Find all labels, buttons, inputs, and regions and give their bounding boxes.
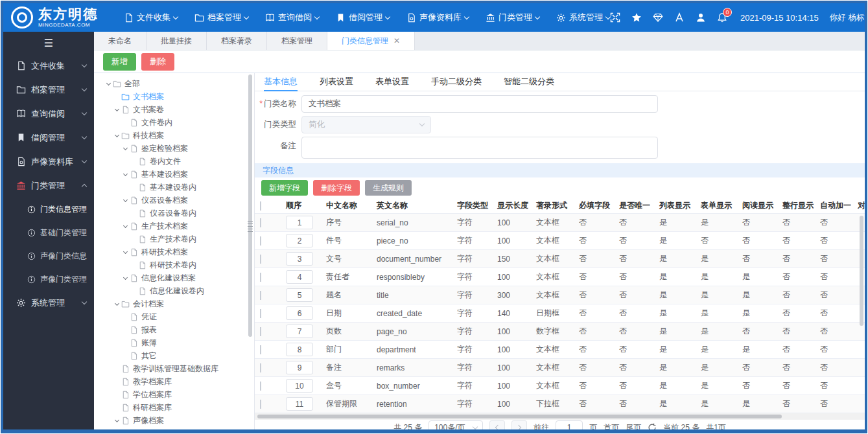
sidebar-item-bank[interactable]: 门类管理 <box>3 174 94 198</box>
horizontal-scrollbar-thumb[interactable] <box>257 415 782 418</box>
column-header[interactable]: 著录形式 <box>531 200 574 211</box>
order-input[interactable]: 11 <box>286 397 313 411</box>
row-checkbox[interactable] <box>260 400 261 409</box>
table-row[interactable]: 6日期created_date字符140日期框否否是是是否否 <box>255 304 865 323</box>
prev-page-button[interactable] <box>489 420 505 434</box>
column-header[interactable]: 整行显示 <box>777 200 815 211</box>
row-checkbox[interactable] <box>260 363 261 372</box>
row-checkbox[interactable] <box>260 345 261 354</box>
tree-item[interactable]: 声像卷内 <box>94 427 254 429</box>
tree-item[interactable]: 科技档案 <box>94 129 254 142</box>
table-row[interactable]: 1序号serial_no字符100文本框否否是是否否否 <box>255 214 865 232</box>
order-input[interactable]: 2 <box>286 234 313 247</box>
table-row[interactable]: 5题名title字符300文本框否否是是是否否 <box>255 286 865 304</box>
row-checkbox[interactable] <box>260 255 261 264</box>
tree-item[interactable]: 教学档案库 <box>94 375 254 388</box>
tree-item[interactable]: 科研技术卷内 <box>94 258 254 271</box>
row-checkbox[interactable] <box>260 291 261 300</box>
table-row[interactable]: 8部门department字符100文本框否否是是是否否 <box>255 341 865 359</box>
detail-tab[interactable]: 智能二级分类 <box>504 73 554 91</box>
delete-button[interactable]: 删除 <box>141 53 174 71</box>
column-header[interactable]: 阅读显示 <box>737 200 777 211</box>
tree-item[interactable]: 仪器设备档案 <box>94 194 254 207</box>
tree-item[interactable]: 教学训练管理基础数据库 <box>94 362 254 375</box>
tree-expand-caret[interactable] <box>121 200 130 201</box>
table-row[interactable]: 4责任者responsibleby字符100文本框否否是是是否否 <box>255 268 865 286</box>
sidebar-subitem[interactable]: 基础门类管理 <box>3 221 94 244</box>
tree-expand-caret[interactable] <box>121 251 130 253</box>
add-field-button[interactable]: 新增字段 <box>261 180 308 196</box>
tree-item[interactable]: 基本建设卷内 <box>94 181 254 194</box>
page-number-input[interactable] <box>556 420 583 434</box>
open-tab[interactable]: 档案著录 <box>207 32 267 50</box>
tree-item[interactable]: 仪器设备卷内 <box>94 207 254 220</box>
column-header[interactable]: 必填字段 <box>574 200 614 211</box>
tree-item[interactable]: 文书案卷 <box>94 103 254 116</box>
sidebar-item-book[interactable]: 查询借阅 <box>3 102 94 126</box>
detail-tab[interactable]: 表单设置 <box>375 73 409 91</box>
table-row[interactable]: 11保管期限retention字符100下拉框否否是是是否否 <box>255 395 865 413</box>
user-icon[interactable] <box>696 12 706 23</box>
detail-tab[interactable]: 手动二级分类 <box>431 73 482 91</box>
topbar-menu-doc[interactable]: 文件收集 <box>124 12 178 23</box>
tree-expand-caret[interactable] <box>113 135 121 137</box>
sidebar-collapse-button[interactable]: ☰ <box>3 32 94 54</box>
detail-tab[interactable]: 基本信息 <box>264 73 298 91</box>
sidebar-subitem[interactable]: 声像门类信息 <box>3 244 94 268</box>
tree-item[interactable]: 全部 <box>94 77 254 90</box>
next-page-button[interactable] <box>511 420 527 434</box>
tree-item[interactable]: 其它 <box>94 349 254 362</box>
tree-expand-caret[interactable] <box>113 303 121 305</box>
order-input[interactable]: 10 <box>286 379 313 393</box>
bell-icon[interactable]: 0 <box>717 12 727 23</box>
tree-item[interactable]: 文件卷内 <box>94 116 254 129</box>
topbar-menu-folder[interactable]: 档案管理 <box>194 12 248 23</box>
column-header[interactable]: 顺序 <box>281 200 321 211</box>
tree-expand-caret[interactable] <box>113 109 121 111</box>
order-input[interactable]: 6 <box>286 306 313 320</box>
tree-item[interactable]: 生产技术卷内 <box>94 233 254 246</box>
column-header[interactable]: 显示长度 <box>492 200 531 211</box>
column-header[interactable]: 字段类型 <box>452 200 492 211</box>
tree-expand-caret[interactable] <box>121 148 130 150</box>
open-tab[interactable]: 批量挂接 <box>147 32 207 50</box>
column-header[interactable]: 表单显示 <box>696 200 737 211</box>
topbar-menu-bookmark[interactable]: 借阅管理 <box>336 12 390 23</box>
order-input[interactable]: 1 <box>286 216 313 229</box>
table-row[interactable]: 9备注remarks字符100文本框否否是是否否否 <box>255 359 865 377</box>
detail-tab[interactable]: 列表设置 <box>320 73 353 91</box>
tree-item[interactable]: 账簿 <box>94 336 254 349</box>
page-size-select[interactable]: 100条/页 <box>428 420 483 434</box>
table-row[interactable]: 10盒号box_number字符100文本框否否是是否否否 <box>255 377 865 395</box>
gem-icon[interactable] <box>653 12 663 23</box>
table-scrollbar[interactable] <box>860 216 863 326</box>
topbar-menu-gear[interactable]: 系统管理 <box>556 12 610 23</box>
open-tab[interactable]: 档案管理 <box>267 32 327 50</box>
tree-expand-caret[interactable] <box>121 277 130 279</box>
fontA-icon[interactable] <box>674 12 685 23</box>
refresh-icon[interactable] <box>648 423 657 432</box>
splitter-grip[interactable] <box>248 221 253 233</box>
tree-item[interactable]: 卷内文件 <box>94 155 254 168</box>
open-tab[interactable]: 未命名 <box>94 32 147 50</box>
table-row[interactable]: 7页数page_no字符100数字框否否是是否否否 <box>255 323 865 341</box>
tree-item[interactable]: 文书档案 <box>94 90 254 103</box>
order-input[interactable]: 7 <box>286 325 313 338</box>
sidebar-subitem[interactable]: 声像门类管理 <box>3 268 94 291</box>
tree-expand-caret[interactable] <box>104 83 113 85</box>
tree-item[interactable]: 凭证 <box>94 310 254 323</box>
first-page-link[interactable]: 首页 <box>604 422 619 433</box>
tree-item[interactable]: 科研技术档案 <box>94 246 254 258</box>
table-row[interactable]: 2件号piece_no字符100文本框否否是否否否否 <box>255 232 865 250</box>
fullscreen-icon[interactable] <box>610 12 620 23</box>
tree-item[interactable]: 生产技术档案 <box>94 220 254 233</box>
tree-scrollbar[interactable] <box>248 74 252 337</box>
row-checkbox[interactable] <box>260 309 261 318</box>
sidebar-item-gear[interactable]: 系统管理 <box>3 291 94 315</box>
add-button[interactable]: 新增 <box>103 53 136 71</box>
tree-item[interactable]: 信息化建设卷内 <box>94 284 254 297</box>
sidebar-item-bookmark[interactable]: 借阅管理 <box>3 126 94 150</box>
tree-item[interactable]: 鉴定检验档案 <box>94 142 254 155</box>
tree-expand-caret[interactable] <box>121 174 130 176</box>
row-checkbox[interactable] <box>260 218 261 227</box>
